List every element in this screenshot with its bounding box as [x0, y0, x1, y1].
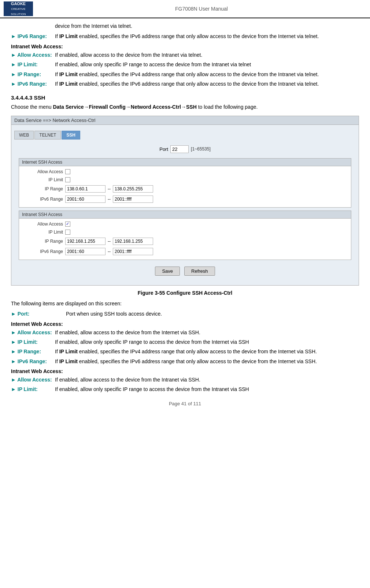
- internet-ipv6range-label: ► IPv6 Range:: [11, 357, 55, 365]
- internet-ip-range-label: IP Range: [23, 186, 63, 191]
- internet-ssh-header: Internet SSH Access: [19, 159, 351, 166]
- ipv6-range-intranet: ► IPv6 Range: If IP Limit enabled, speci…: [11, 80, 359, 88]
- internet-iplimit-label: ► IP Limit:: [11, 338, 55, 346]
- intranet-iplimit-label: ► IP Limit:: [11, 385, 55, 393]
- internet-allow-item: ► Allow Access: If enabled, allow access…: [11, 328, 359, 336]
- internet-ip-range-row: IP Range --: [19, 185, 351, 193]
- internet-ipv6-range-sep: --: [108, 197, 111, 202]
- internet-ipv6-range-row: IPv6 Range --: [19, 195, 351, 204]
- ipv6-range-internet-desc: If IP Limit enabled, specifies the IPv6 …: [55, 32, 359, 40]
- intranet-allow-access-label: Allow Access: [23, 222, 63, 227]
- tab-ssh[interactable]: SSH: [62, 131, 80, 139]
- panel-body: WEB TELNET SSH Port [1~65535]: [11, 125, 359, 285]
- ip-range-intranet-label: ► IP Range:: [11, 70, 55, 78]
- ip-range-intranet: ► IP Range: If IP Limit enabled, specifi…: [11, 70, 359, 78]
- page-header: GAOKE CREATIVE SOLUTION FG7008N User Man…: [0, 0, 370, 18]
- internet-ipv6-range-from[interactable]: [65, 196, 106, 203]
- allow-access-intranet-desc: If enabled, allow access to the device f…: [55, 51, 359, 59]
- intranet-iplimit-item: ► IP Limit: If enabled, allow only speci…: [11, 385, 359, 393]
- ipv6-range-internet: ► IPv6 Range: If IP Limit enabled, speci…: [11, 32, 359, 40]
- port-desc-label: ► Port:: [11, 310, 66, 318]
- internet-iprange-label: ► IP Range:: [11, 347, 55, 356]
- intranet-ssh-body: Allow Access IP Limit IP Range --: [19, 219, 351, 260]
- figure-caption: Figure 3-55 Configure SSH Access-Ctrl: [11, 290, 359, 296]
- internet-ipv6range-desc: If IP Limit enabled, specifies the IPv6 …: [55, 357, 359, 365]
- continuation-text: device from the Internet via telnet.: [11, 22, 359, 30]
- logo: GAOKE CREATIVE SOLUTION: [4, 1, 33, 16]
- intranet-heading-telnet: Intranet Web Access:: [11, 44, 359, 49]
- page-title: FG7008N User Manual: [37, 6, 366, 12]
- port-input[interactable]: [170, 145, 189, 153]
- allow-access-intranet: ► Allow Access: If enabled, allow access…: [11, 51, 359, 59]
- internet-web-heading: Internet Web Access:: [11, 321, 359, 327]
- intranet-ip-limit-checkbox[interactable]: [65, 230, 70, 235]
- port-desc-item: ► Port: Port when using SSH tools access…: [11, 310, 359, 318]
- intranet-allow-access-checkbox[interactable]: [65, 222, 70, 227]
- ip-limit-intranet-label: ► IP Limit:: [11, 60, 55, 68]
- internet-ip-range-from[interactable]: [65, 185, 106, 193]
- intranet-allow-desc: If enabled, allow access to the device f…: [55, 376, 359, 384]
- intranet-ip-range-label: IP Range: [23, 239, 63, 244]
- internet-allow-label: ► Allow Access:: [11, 328, 55, 336]
- save-button[interactable]: Save: [155, 267, 180, 276]
- intranet-ipv6-range-label: IPv6 Range: [23, 249, 63, 254]
- intranet-ip-range-to[interactable]: [113, 238, 153, 245]
- internet-ipv6-range-to[interactable]: [113, 196, 153, 203]
- form-area: Port [1~65535] Internet SSH Access Allow…: [11, 142, 359, 282]
- tab-bar: WEB TELNET SSH: [11, 129, 359, 139]
- internet-ip-limit-label: IP Limit: [23, 177, 63, 182]
- internet-ssh-body: Allow Access IP Limit IP Range --: [19, 166, 351, 207]
- port-desc-text: Port when using SSH tools access device.: [66, 310, 359, 318]
- ui-panel: Data Service ==> Network Access-Ctrl WEB…: [11, 116, 359, 286]
- intranet-allow-item: ► Allow Access: If enabled, allow access…: [11, 376, 359, 384]
- intranet-ip-limit-label: IP Limit: [23, 230, 63, 235]
- button-row: Save Refresh: [19, 263, 351, 278]
- intranet-ipv6-range-to[interactable]: [113, 248, 153, 255]
- refresh-button[interactable]: Refresh: [184, 267, 215, 276]
- page-footer: Page 41 of 111: [11, 401, 359, 406]
- panel-title: Data Service ==> Network Access-Ctrl: [11, 116, 359, 125]
- ip-range-intranet-desc: If IP Limit enabled, specifies the IPv4 …: [55, 70, 359, 78]
- ip-limit-intranet-desc: If enabled, allow only specific IP range…: [55, 60, 359, 68]
- internet-iplimit-item: ► IP Limit: If enabled, allow only speci…: [11, 338, 359, 346]
- internet-ip-range-to[interactable]: [113, 185, 153, 193]
- section-description: Choose the menu Data Service→Firewall Co…: [11, 103, 359, 111]
- tab-telnet[interactable]: TELNET: [34, 131, 61, 139]
- logo-text: GAOKE CREATIVE SOLUTION: [4, 1, 33, 16]
- ipv6-range-intranet-desc: If IP Limit enabled, specifies the IPv6 …: [55, 80, 359, 88]
- intranet-ssh-header: Intranet SSH Access: [19, 211, 351, 219]
- intranet-ssh-section: Intranet SSH Access Allow Access IP Limi…: [19, 211, 351, 260]
- intranet-ipv6-range-from[interactable]: [65, 248, 106, 255]
- intranet-ipv6-range-row: IPv6 Range --: [19, 247, 351, 256]
- ipv6-range-intranet-label: ► IPv6 Range:: [11, 80, 55, 88]
- internet-allow-access-label: Allow Access: [23, 169, 63, 174]
- tab-web[interactable]: WEB: [14, 131, 34, 139]
- port-label: Port: [159, 146, 168, 152]
- main-content: device from the Internet via telnet. ► I…: [0, 22, 370, 414]
- intranet-allow-access-row: Allow Access: [19, 221, 351, 227]
- internet-ip-limit-checkbox[interactable]: [65, 177, 70, 182]
- internet-iplimit-desc: If enabled, allow only specific IP range…: [55, 338, 359, 346]
- allow-access-intranet-label: ► Allow Access:: [11, 51, 55, 59]
- internet-ip-range-sep: --: [108, 186, 111, 191]
- intranet-iplimit-desc: If enabled, allow only specific IP range…: [55, 385, 359, 393]
- intranet-ip-range-sep: --: [108, 239, 111, 244]
- intranet-ip-limit-row: IP Limit: [19, 229, 351, 235]
- port-hint: [1~65535]: [191, 146, 211, 152]
- ipv6-range-internet-label: ► IPv6 Range:: [11, 32, 55, 40]
- internet-iprange-item: ► IP Range: If IP Limit enabled, specifi…: [11, 347, 359, 356]
- internet-iprange-desc: If IP Limit enabled, specifies the IPv4 …: [55, 347, 359, 356]
- internet-allow-access-checkbox[interactable]: [65, 169, 70, 174]
- intranet-ip-range-row: IP Range --: [19, 237, 351, 246]
- intranet-allow-label: ► Allow Access:: [11, 376, 55, 384]
- intranet-ipv6-range-sep: --: [108, 249, 111, 254]
- section-heading: 3.4.4.4.3 SSH: [11, 94, 359, 101]
- internet-allow-access-row: Allow Access: [19, 168, 351, 175]
- internet-ip-limit-row: IP Limit: [19, 176, 351, 183]
- intranet-web-heading: Intranet Web Access:: [11, 368, 359, 374]
- bottom-intro: The following items are displayed on thi…: [11, 299, 359, 308]
- internet-ipv6-range-label: IPv6 Range: [23, 197, 63, 202]
- internet-ipv6range-item: ► IPv6 Range: If IP Limit enabled, speci…: [11, 357, 359, 365]
- intranet-ip-range-from[interactable]: [65, 238, 106, 245]
- ip-limit-intranet: ► IP Limit: If enabled, allow only speci…: [11, 60, 359, 68]
